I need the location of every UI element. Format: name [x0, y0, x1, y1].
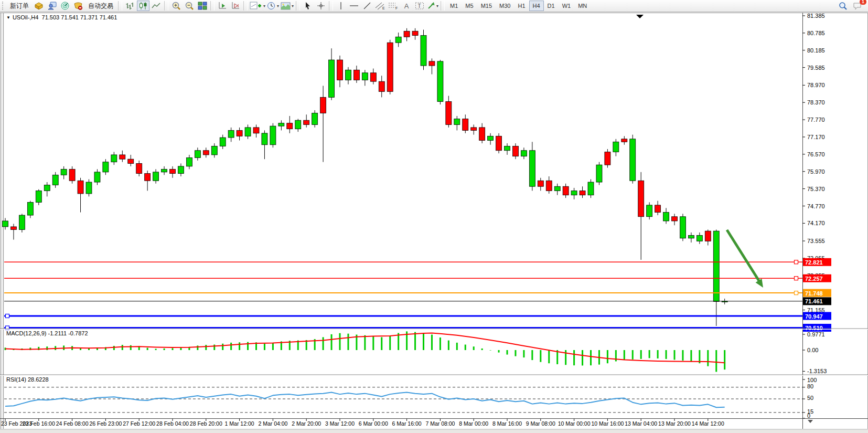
notifications-icon[interactable]: 1	[851, 1, 864, 11]
chart-canvas[interactable]: 81.38580.78580.18579.58578.97078.37077.7…	[0, 12, 868, 433]
candle-body	[136, 163, 142, 173]
timeframe-M1[interactable]: M1	[446, 1, 462, 11]
candle-body	[463, 119, 468, 130]
mt4-window: { "toolbar": { "new_order_label": "新订单",…	[0, 0, 868, 433]
time-axis-label: 9 Mar 08:00	[526, 420, 555, 427]
chart-background[interactable]	[4, 13, 868, 429]
price-axis-label: 77.170	[807, 134, 825, 140]
chart-shift-icon[interactable]	[229, 1, 242, 11]
macd-axis-label: 0.00	[807, 347, 818, 353]
search-icon[interactable]	[837, 1, 849, 11]
candle-body	[245, 128, 251, 136]
candle-body	[36, 191, 41, 202]
bottom-strip	[0, 429, 868, 433]
fibonacci-icon[interactable]: F	[387, 1, 400, 11]
periods-icon[interactable]: ▾	[266, 1, 280, 11]
text-icon[interactable]: A	[400, 1, 413, 11]
candle-body	[211, 146, 217, 155]
candle-body	[429, 61, 435, 66]
collapse-objects-icon[interactable]: ▼	[6, 15, 10, 20]
candle-body	[253, 128, 259, 133]
time-axis-label: 23 Feb 16:00	[23, 420, 55, 427]
crosshair-icon[interactable]	[315, 1, 327, 11]
candle-body	[78, 181, 83, 194]
current-price-label-text: 71.461	[805, 298, 823, 304]
add-indicator-icon[interactable]: ▾	[249, 1, 266, 11]
price-axis-label: 78.970	[807, 82, 825, 88]
notification-badge: 1	[860, 0, 866, 5]
candle-body	[395, 37, 401, 43]
macd-axis-label: -1.3153	[807, 368, 827, 374]
timeframe-H4[interactable]: H4	[529, 1, 544, 11]
zoom-out-icon[interactable]	[183, 1, 196, 11]
timeframe-group: M1M5M15M30H1H4D1W1MN	[446, 1, 591, 11]
autotrade-button[interactable]: 自动交易	[85, 1, 116, 11]
timeframe-W1[interactable]: W1	[559, 1, 575, 11]
line-chart-icon[interactable]	[150, 1, 163, 11]
candlestick-chart-icon[interactable]	[137, 1, 149, 11]
price-level-label-text: 70.510	[805, 325, 823, 331]
candle-body	[672, 217, 678, 221]
candle-body	[370, 73, 376, 81]
time-axis-label: 1 Mar 12:00	[225, 420, 254, 427]
candle-body	[312, 113, 318, 124]
cursor-icon[interactable]	[302, 1, 314, 11]
radar-icon[interactable]	[59, 1, 71, 11]
templates-icon[interactable]: ▾	[280, 1, 294, 11]
equidistant-channel-icon[interactable]: E	[374, 1, 387, 11]
time-axis-label: 24 Feb 08:00	[56, 420, 89, 427]
timeframe-D1[interactable]: D1	[544, 1, 559, 11]
time-axis-label: 28 Feb 20:00	[190, 420, 222, 427]
line-selection-handle[interactable]	[6, 326, 9, 330]
candle-body	[162, 169, 167, 172]
candle-body	[145, 174, 151, 181]
candle-body	[195, 151, 200, 158]
candle-body	[496, 136, 502, 150]
line-selection-handle[interactable]	[795, 260, 798, 264]
line-selection-handle[interactable]	[6, 314, 9, 318]
shapes-icon[interactable]: ▾	[426, 1, 439, 11]
horizontal-line-icon[interactable]	[348, 1, 360, 11]
timeframe-H1[interactable]: H1	[514, 1, 529, 11]
candle-body	[3, 221, 8, 227]
tile-windows-icon[interactable]	[196, 1, 209, 11]
candle-body	[353, 70, 359, 80]
text-label-icon[interactable]: T	[413, 1, 426, 11]
chart-symbol-period: USOil-,H4	[13, 14, 39, 20]
timeframe-MN[interactable]: MN	[574, 1, 591, 11]
candle-body	[295, 120, 301, 129]
time-axis-label: 13 Mar 20:00	[658, 420, 691, 427]
zoom-in-icon[interactable]	[170, 1, 183, 11]
gold-cube-icon[interactable]	[33, 1, 45, 11]
rsi-axis-label: 80	[807, 383, 813, 389]
candle-body	[529, 151, 535, 187]
timeframe-M15[interactable]: M15	[477, 1, 496, 11]
candle-body	[186, 157, 192, 166]
line-selection-handle[interactable]	[795, 277, 798, 280]
timeframe-M30[interactable]: M30	[496, 1, 514, 11]
candle-body	[379, 81, 384, 91]
price-axis-label: 80.185	[807, 47, 825, 54]
timeframe-M5[interactable]: M5	[462, 1, 477, 11]
rsi-axis-label: 50	[807, 395, 813, 401]
candle-body	[270, 126, 276, 145]
vertical-line-icon[interactable]	[335, 1, 347, 11]
svg-text:E: E	[382, 6, 385, 10]
price-axis-label: 81.385	[807, 13, 825, 19]
candle-body	[663, 213, 669, 221]
bar-chart-icon[interactable]	[124, 1, 136, 11]
candle-body	[287, 123, 293, 129]
candle-body	[538, 181, 543, 186]
time-axis-label: 13 Mar 04:00	[625, 420, 657, 427]
time-axis-label: 27 Feb 12:00	[123, 420, 155, 427]
accounts-icon[interactable]	[46, 1, 58, 11]
auto-scroll-icon[interactable]	[216, 1, 229, 11]
new-order-button[interactable]: 新订单	[7, 1, 32, 11]
price-axis-label: 74.170	[807, 220, 825, 226]
price-level-label-text: 72.821	[805, 259, 823, 266]
trendline-icon[interactable]	[361, 1, 373, 11]
line-selection-handle[interactable]	[795, 291, 798, 295]
candle-body	[563, 186, 569, 195]
autotrade-status-icon[interactable]	[72, 1, 84, 11]
price-axis-label: 79.585	[807, 65, 825, 71]
